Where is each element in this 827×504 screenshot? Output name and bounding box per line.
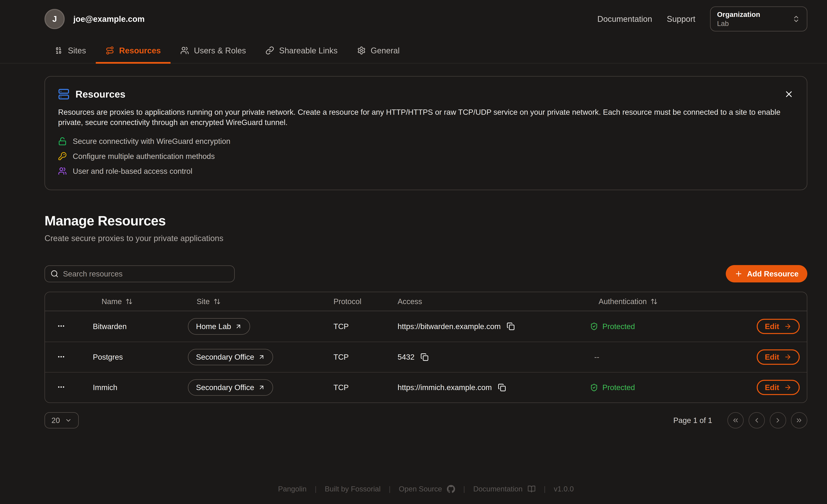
tab-resources[interactable]: Resources xyxy=(96,38,171,63)
page-size-select[interactable]: 20 xyxy=(45,412,79,429)
main-content: Resources Resources are proxies to appli… xyxy=(45,63,807,429)
sort-arrows-icon xyxy=(213,298,221,305)
avatar-initial: J xyxy=(52,14,57,23)
plus-icon xyxy=(735,270,743,278)
topbar-right: Documentation Support Organization Lab xyxy=(597,6,807,32)
edit-label: Edit xyxy=(765,322,779,331)
gear-icon xyxy=(357,46,366,55)
row-menu-icon[interactable] xyxy=(56,321,66,331)
arrow-up-right-icon xyxy=(258,384,265,391)
table-header-access: Access xyxy=(389,297,590,306)
row-menu-icon[interactable] xyxy=(56,382,66,392)
edit-button[interactable]: Edit xyxy=(757,380,800,395)
tab-sites[interactable]: Sites xyxy=(45,38,96,63)
resource-protocol: TCP xyxy=(325,353,389,361)
first-page-button[interactable] xyxy=(727,412,744,429)
prev-page-button[interactable] xyxy=(748,412,765,429)
site-link-button[interactable]: Secondary Office xyxy=(188,349,273,365)
sort-arrows-icon xyxy=(126,298,133,305)
table-header-authentication[interactable]: Authentication xyxy=(590,297,745,306)
page-size-value: 20 xyxy=(51,416,60,425)
arrow-up-right-icon xyxy=(235,323,242,330)
sort-arrows-icon xyxy=(650,298,658,305)
resource-access: 5432 xyxy=(398,353,415,361)
table-body: Bitwarden Home Lab TCP https://bitwarden… xyxy=(45,311,807,402)
footer-version: v1.0.0 xyxy=(554,485,574,493)
table-header-site[interactable]: Site xyxy=(188,297,325,306)
site-link-button[interactable]: Secondary Office xyxy=(188,379,273,396)
avatar[interactable]: J xyxy=(45,9,65,29)
tab-shareable-links[interactable]: Shareable Links xyxy=(256,38,347,63)
resources-table: Name Site Protocol Access Authentication xyxy=(45,292,807,403)
site-link-button[interactable]: Home Lab xyxy=(188,318,250,335)
site-name: Home Lab xyxy=(196,322,231,331)
resources-info-card: Resources Resources are proxies to appli… xyxy=(45,76,807,190)
auth-status: Protected xyxy=(590,322,745,331)
search-input[interactable] xyxy=(63,269,229,278)
key-icon xyxy=(58,152,67,160)
info-card-description: Resources are proxies to applications ru… xyxy=(58,107,794,128)
search-icon xyxy=(50,270,58,278)
users-icon xyxy=(58,167,67,175)
route-icon xyxy=(105,46,114,55)
github-icon xyxy=(447,485,455,493)
resource-protocol: TCP xyxy=(325,383,389,392)
resource-name: Immich xyxy=(93,383,188,392)
arrow-up-right-icon xyxy=(258,354,265,361)
chevron-left-icon xyxy=(753,416,761,424)
next-page-button[interactable] xyxy=(770,412,786,429)
site-name: Secondary Office xyxy=(196,353,254,361)
page-title: Manage Resources xyxy=(45,213,807,229)
copy-icon[interactable] xyxy=(498,384,506,392)
page-info: Page 1 of 1 xyxy=(673,416,712,425)
top-bar: J joe@example.com Documentation Support … xyxy=(0,0,827,38)
feature-authentication-methods: Configure multiple authentication method… xyxy=(58,152,794,161)
footer-separator: | xyxy=(544,485,546,493)
table-header-name[interactable]: Name xyxy=(93,297,188,306)
tab-label: Resources xyxy=(119,46,161,55)
row-menu-icon[interactable] xyxy=(56,352,66,362)
add-resource-label: Add Resource xyxy=(747,269,798,278)
resource-access: https://bitwarden.example.com xyxy=(398,322,501,331)
organization-value: Lab xyxy=(717,19,788,28)
organization-picker[interactable]: Organization Lab xyxy=(710,6,807,32)
last-page-button[interactable] xyxy=(791,412,807,429)
copy-icon[interactable] xyxy=(421,353,429,361)
auth-status-label: Protected xyxy=(602,322,635,331)
tab-label: Users & Roles xyxy=(194,46,246,55)
tab-users-roles[interactable]: Users & Roles xyxy=(171,38,256,63)
tab-label: Sites xyxy=(68,46,86,55)
edit-button[interactable]: Edit xyxy=(757,349,800,365)
organization-label: Organization xyxy=(717,10,788,18)
edit-label: Edit xyxy=(765,353,779,361)
tab-bar: Sites Resources Users & Roles Shareable … xyxy=(0,38,827,63)
chevrons-right-icon xyxy=(795,416,803,424)
nav-link-support[interactable]: Support xyxy=(667,14,695,23)
site-name: Secondary Office xyxy=(196,383,254,392)
close-icon[interactable] xyxy=(784,89,794,99)
tab-label: Shareable Links xyxy=(279,46,338,55)
copy-icon[interactable] xyxy=(506,322,515,331)
footer-open-source-link[interactable]: Open Source xyxy=(399,485,455,493)
tab-label: General xyxy=(371,46,400,55)
footer-documentation-link[interactable]: Documentation xyxy=(473,485,536,493)
footer-brand: Pangolin xyxy=(278,485,307,493)
table-header-row: Name Site Protocol Access Authentication xyxy=(45,292,807,311)
footer-separator: | xyxy=(389,485,391,493)
edit-button[interactable]: Edit xyxy=(757,319,800,334)
toolbar: Add Resource xyxy=(45,265,807,283)
lock-icon xyxy=(58,137,67,146)
tab-general[interactable]: General xyxy=(347,38,409,63)
server-icon xyxy=(58,89,69,100)
feature-secure-connectivity: Secure connectivity with WireGuard encry… xyxy=(58,137,794,146)
shield-check-icon xyxy=(590,384,598,392)
add-resource-button[interactable]: Add Resource xyxy=(726,265,807,283)
auth-status-label: -- xyxy=(594,353,599,361)
feature-text: Configure multiple authentication method… xyxy=(73,152,215,161)
chevrons-left-icon xyxy=(732,416,739,424)
book-open-icon xyxy=(528,485,536,493)
feature-access-control: User and role-based access control xyxy=(58,167,794,175)
table-row: Bitwarden Home Lab TCP https://bitwarden… xyxy=(45,311,807,342)
auth-status: -- xyxy=(590,353,745,361)
nav-link-documentation[interactable]: Documentation xyxy=(597,14,652,23)
